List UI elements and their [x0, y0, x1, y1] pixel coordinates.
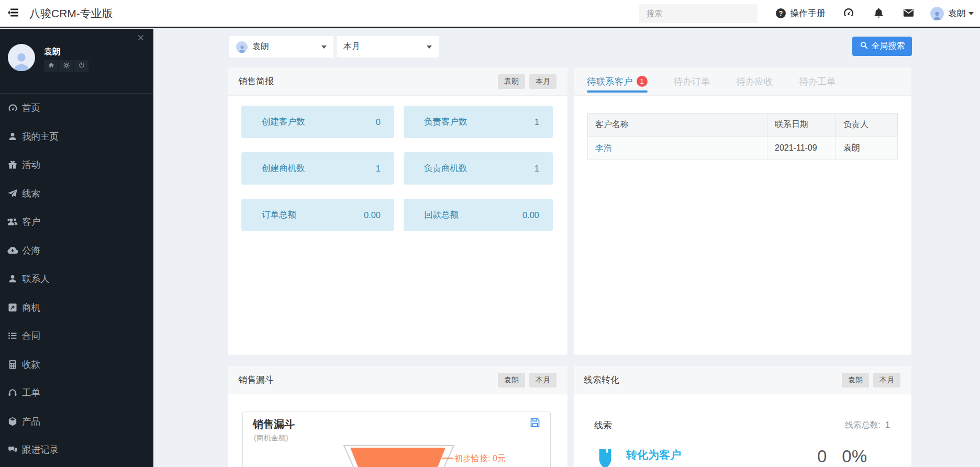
sidebar-item-activities[interactable]: 活动	[0, 151, 153, 179]
app-title: 八骏CRM-专业版	[29, 6, 113, 21]
stat-order-total: 订单总额 0.00	[241, 199, 394, 231]
home-shortcut-button[interactable]	[44, 60, 58, 72]
lead-conversion-card: 线索转化 袁朗 本月 线索 线索总数:1 转化为客户 转化为客户的线索数转化率 …	[574, 366, 911, 467]
funnel-label-connector	[442, 458, 453, 459]
sidebar-item-label: 商机	[22, 301, 40, 314]
user-icon	[7, 273, 18, 284]
notifications-button[interactable]	[872, 7, 885, 20]
sidebar-item-products[interactable]: 产品	[0, 407, 153, 436]
sidebar-item-work-orders[interactable]: 工单	[0, 379, 153, 407]
sidebar-user-actions	[44, 60, 88, 72]
navbar-left: 八骏CRM-专业版	[0, 0, 113, 27]
stat-value: 0.00	[522, 210, 539, 220]
gear-icon	[63, 62, 70, 71]
sidebar-item-contacts[interactable]: 联系人	[0, 265, 153, 293]
sales-funnel-card: 销售漏斗 袁朗 本月 销售漏斗 (商机金额) 初步恰接: 0元	[228, 366, 567, 467]
sidebar-item-follow-records[interactable]: 跟进记录	[0, 436, 153, 464]
caret-down-icon	[321, 45, 327, 49]
sidebar-item-leads[interactable]: 线索	[0, 179, 153, 208]
tab-count-badge: 1	[637, 76, 648, 87]
sales-brief-card: 销售简报 袁朗 本月 创建客户数 0 负责客户数 1 创建商机数 1 负责商机数…	[228, 67, 567, 355]
contact-date-cell: 2021-11-09	[767, 136, 836, 160]
owner-filter-select[interactable]: 袁朗	[229, 36, 333, 58]
sidebar-item-label: 产品	[22, 415, 40, 428]
todo-card: 待联系客户 1 待办订单 待办应收 待办工单 客户名称 联系日期 负责人	[574, 67, 911, 355]
col-owner: 负责人	[836, 113, 898, 136]
settings-shortcut-button[interactable]	[59, 60, 73, 72]
tab-customers-to-contact[interactable]: 待联系客户 1	[587, 67, 648, 95]
owner-cell: 袁朗	[836, 136, 898, 160]
comments-icon	[7, 444, 18, 455]
funnel-period-button[interactable]: 本月	[529, 373, 556, 388]
navbar-right: ? 操作手册 袁朗	[639, 0, 980, 27]
stat-value: 1	[534, 117, 539, 127]
calculator-icon	[7, 359, 18, 370]
paper-plane-icon	[7, 188, 18, 199]
tab-pending-orders[interactable]: 待办订单	[674, 67, 710, 95]
floppy-save-icon	[529, 423, 541, 430]
sidebar-item-home[interactable]: 首页	[0, 94, 153, 122]
sidebar-item-my-page[interactable]: 我的主页	[0, 122, 153, 151]
shield-icon	[597, 448, 614, 467]
tab-pending-work-orders[interactable]: 待办工单	[799, 67, 836, 95]
user-avatar-icon	[930, 7, 944, 20]
sidebar-item-customers[interactable]: 客户	[0, 208, 153, 236]
stat-label: 回款总额	[424, 209, 459, 221]
sidebar-toggle-button[interactable]	[3, 3, 24, 24]
sidebar-item-contracts[interactable]: 合同	[0, 322, 153, 350]
sidebar-item-opportunities[interactable]: 商机	[0, 293, 153, 322]
manual-label: 操作手册	[790, 7, 826, 19]
sidebar-item-payments[interactable]: 收款	[0, 350, 153, 379]
stat-label: 订单总额	[262, 209, 296, 221]
save-image-button[interactable]	[528, 416, 542, 430]
bell-icon	[873, 7, 885, 20]
stat-value: 0.00	[364, 210, 381, 220]
home-icon	[48, 62, 55, 71]
logout-shortcut-button[interactable]	[74, 60, 88, 72]
hamburger-collapse-icon	[6, 6, 20, 21]
brief-owner-button[interactable]: 袁朗	[498, 74, 525, 89]
tab-label: 待办应收	[737, 75, 773, 88]
messages-button[interactable]	[901, 7, 915, 20]
sidebar-user-name: 袁朗	[44, 47, 61, 58]
sidebar-item-public-pool[interactable]: 公海	[0, 236, 153, 265]
user-icon	[7, 131, 18, 142]
sidebar-item-label: 收款	[22, 358, 40, 371]
cloud-download-icon	[7, 245, 18, 256]
stat-created-opportunities: 创建商机数 1	[241, 152, 394, 185]
global-search-button[interactable]: 全局搜索	[852, 37, 912, 56]
navbar-search-input[interactable]	[639, 4, 758, 23]
lead-period-button[interactable]: 本月	[873, 373, 900, 388]
convert-item-title[interactable]: 转化为客户	[626, 448, 720, 462]
list-icon	[7, 330, 18, 341]
owner-filter-value: 袁朗	[252, 41, 269, 52]
user-menu[interactable]: 袁朗	[930, 7, 974, 20]
sales-brief-body: 创建客户数 0 负责客户数 1 创建商机数 1 负责商机数 1 订单总额 0.0…	[228, 96, 567, 231]
dashboard-nav-button[interactable]	[842, 7, 855, 20]
search-icon	[860, 41, 868, 52]
stat-payment-total: 回款总额 0.00	[404, 199, 553, 231]
stat-label: 创建客户数	[262, 116, 305, 128]
card-title: 销售漏斗	[238, 374, 274, 386]
period-filter-select[interactable]: 本月	[337, 36, 439, 58]
convert-to-customer-item: 转化为客户 转化为客户的线索数转化率 0 客户 0% 转化	[597, 448, 911, 467]
sidebar-item-label: 公海	[22, 244, 40, 257]
sidebar-item-label: 合同	[22, 329, 40, 342]
sidebar-item-label: 跟进记录	[22, 443, 59, 456]
sidebar: 袁朗	[0, 29, 153, 467]
funnel-owner-button[interactable]: 袁朗	[498, 373, 525, 388]
col-contact-date: 联系日期	[767, 113, 836, 136]
gift-icon	[7, 159, 18, 170]
brief-period-button[interactable]: 本月	[529, 74, 556, 89]
stat-value: 1	[376, 164, 381, 174]
tab-pending-receivables[interactable]: 待办应收	[737, 67, 773, 95]
manual-link[interactable]: ? 操作手册	[776, 7, 826, 19]
col-customer-name: 客户名称	[588, 113, 767, 136]
funnel-stage-label: 初步恰接: 0元	[454, 453, 506, 464]
lead-owner-button[interactable]: 袁朗	[842, 373, 869, 388]
funnel-card-header: 销售漏斗 袁朗 本月	[228, 366, 567, 394]
tachometer-icon	[7, 102, 18, 113]
period-filter-value: 本月	[343, 41, 360, 52]
customer-link[interactable]: 李浩	[595, 143, 612, 152]
global-search-label: 全局搜索	[872, 41, 905, 52]
